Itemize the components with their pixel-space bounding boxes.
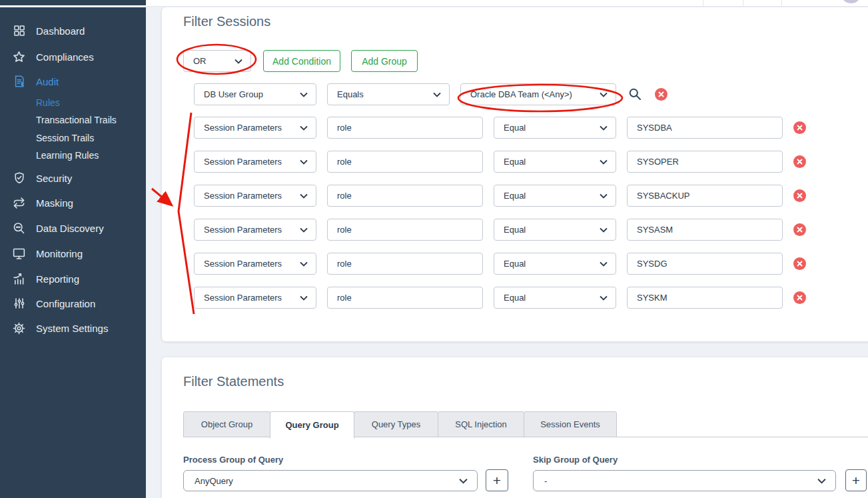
sidebar-item-reporting[interactable]: Reporting xyxy=(0,269,146,288)
sidebar-item-label: Security xyxy=(36,173,72,184)
condition-value-input[interactable] xyxy=(627,219,783,241)
filter-sessions-title: Filter Sessions xyxy=(183,14,270,29)
process-group-select[interactable]: AnyQuery xyxy=(183,470,478,491)
filter-sessions-panel: Filter Sessions OR Add Condition Add Gro… xyxy=(162,7,868,341)
group-operator-select[interactable]: Equals xyxy=(327,83,450,105)
sidebar-item-data-discovery[interactable]: Data Discovery xyxy=(0,219,146,237)
tab-query-types[interactable]: Query Types xyxy=(354,411,438,437)
condition-value-input[interactable] xyxy=(627,151,783,173)
condition-field-select[interactable]: Session Parameters xyxy=(194,287,316,309)
dashboard-grid-icon xyxy=(12,24,26,38)
condition-field-select[interactable]: Session Parameters xyxy=(194,253,316,275)
sidebar-item-compliances[interactable]: Compliances xyxy=(0,47,146,66)
chevron-down-icon xyxy=(600,92,608,97)
condition-operator-select[interactable]: Equal xyxy=(494,117,616,139)
sidebar: Dashboard Compliances Audit Rules Transa… xyxy=(0,7,146,498)
add-skip-group-button[interactable]: + xyxy=(845,469,867,491)
condition-parameter-input[interactable] xyxy=(327,151,483,173)
group-value-select[interactable]: Oracle DBA Team (<Any>) xyxy=(460,83,616,105)
add-condition-button[interactable]: Add Condition xyxy=(263,50,340,72)
chevron-down-icon xyxy=(300,125,308,131)
tab-sql-injection[interactable]: SQL Injection xyxy=(438,411,524,437)
condition-field-value: Session Parameters xyxy=(204,123,282,133)
sidebar-item-learning-rules[interactable]: Learning Rules xyxy=(0,147,146,163)
logic-operator-value: OR xyxy=(193,56,207,66)
condition-parameter-input[interactable] xyxy=(327,117,483,139)
chevron-down-icon xyxy=(300,92,308,97)
skip-group-label: Skip Group of Query xyxy=(533,455,618,465)
remove-condition-button[interactable] xyxy=(793,257,806,270)
magnifier-dots-icon xyxy=(12,221,26,235)
process-group-value: AnyQuery xyxy=(195,476,233,486)
monitor-icon xyxy=(12,247,26,261)
remove-condition-button[interactable] xyxy=(793,155,806,168)
sidebar-item-session-trails[interactable]: Session Trails xyxy=(0,130,146,146)
chevron-down-icon xyxy=(300,295,308,301)
condition-parameter-input[interactable] xyxy=(327,253,483,275)
sidebar-item-label: Reporting xyxy=(36,273,79,285)
chevron-down-icon xyxy=(817,476,826,486)
tab-session-events[interactable]: Session Events xyxy=(524,411,617,437)
group-value-text: Oracle DBA Team (<Any>) xyxy=(470,89,572,99)
chevron-down-icon xyxy=(433,92,441,97)
condition-operator-select[interactable]: Equal xyxy=(494,287,616,309)
search-icon[interactable] xyxy=(628,87,642,101)
condition-operator-value: Equal xyxy=(504,225,526,235)
remove-condition-button[interactable] xyxy=(793,189,806,202)
condition-field-value: Session Parameters xyxy=(204,191,282,201)
sidebar-item-rules[interactable]: Rules xyxy=(0,95,146,111)
condition-field-select[interactable]: Session Parameters xyxy=(194,219,316,241)
bar-chart-icon xyxy=(12,272,26,286)
remove-condition-button[interactable] xyxy=(793,121,806,134)
condition-field-select[interactable]: Session Parameters xyxy=(194,185,316,207)
condition-operator-select[interactable]: Equal xyxy=(494,219,616,241)
sidebar-item-label: Monitoring xyxy=(36,248,83,259)
add-group-button[interactable]: Add Group xyxy=(351,50,418,72)
chevron-down-icon xyxy=(600,125,608,131)
remove-group-condition-button[interactable] xyxy=(655,88,667,101)
sidebar-item-transactional-trails[interactable]: Transactional Trails xyxy=(0,112,146,128)
condition-field-value: Session Parameters xyxy=(204,225,282,235)
sidebar-item-label: Masking xyxy=(36,197,73,209)
condition-field-select[interactable]: Session Parameters xyxy=(194,117,316,139)
sliders-icon xyxy=(12,297,26,311)
tab-object-group[interactable]: Object Group xyxy=(183,411,270,437)
sidebar-item-audit[interactable]: Audit xyxy=(0,72,146,91)
sidebar-item-dashboard[interactable]: Dashboard xyxy=(0,21,146,40)
condition-value-input[interactable] xyxy=(627,287,783,309)
add-process-group-button[interactable]: + xyxy=(486,469,508,491)
statement-tabs: Object Group Query Group Query Types SQL… xyxy=(183,411,868,437)
condition-value-input[interactable] xyxy=(627,117,783,139)
condition-field-value: Session Parameters xyxy=(204,293,282,303)
condition-value-input[interactable] xyxy=(627,253,783,275)
group-field-select[interactable]: DB User Group xyxy=(194,83,316,105)
condition-field-value: Session Parameters xyxy=(204,259,282,269)
condition-operator-value: Equal xyxy=(504,123,526,133)
sidebar-header-divider xyxy=(0,5,146,7)
sidebar-item-label: Learning Rules xyxy=(36,150,99,161)
condition-parameter-input[interactable] xyxy=(327,219,483,241)
sidebar-item-configuration[interactable]: Configuration xyxy=(0,294,146,313)
remove-condition-button[interactable] xyxy=(793,223,806,236)
tab-query-group[interactable]: Query Group xyxy=(270,411,354,439)
remove-condition-button[interactable] xyxy=(793,291,806,304)
chevron-down-icon xyxy=(600,227,608,233)
sidebar-item-masking[interactable]: Masking xyxy=(0,193,146,212)
condition-field-select[interactable]: Session Parameters xyxy=(194,151,316,173)
sidebar-item-monitoring[interactable]: Monitoring xyxy=(0,244,146,263)
chevron-down-icon xyxy=(300,193,308,199)
sidebar-item-security[interactable]: Security xyxy=(0,169,146,187)
star-icon xyxy=(12,50,26,64)
logic-operator-select[interactable]: OR xyxy=(183,50,251,72)
skip-group-select[interactable]: - xyxy=(533,470,836,491)
condition-value-input[interactable] xyxy=(627,185,783,207)
sidebar-item-label: Rules xyxy=(36,97,60,108)
condition-operator-select[interactable]: Equal xyxy=(494,151,616,173)
sidebar-item-system-settings[interactable]: System Settings xyxy=(0,319,146,337)
topbar-divider xyxy=(781,0,782,7)
condition-operator-select[interactable]: Equal xyxy=(494,253,616,275)
condition-operator-select[interactable]: Equal xyxy=(494,185,616,207)
sidebar-item-label: Session Trails xyxy=(36,133,94,143)
condition-parameter-input[interactable] xyxy=(327,287,483,309)
condition-parameter-input[interactable] xyxy=(327,185,483,207)
